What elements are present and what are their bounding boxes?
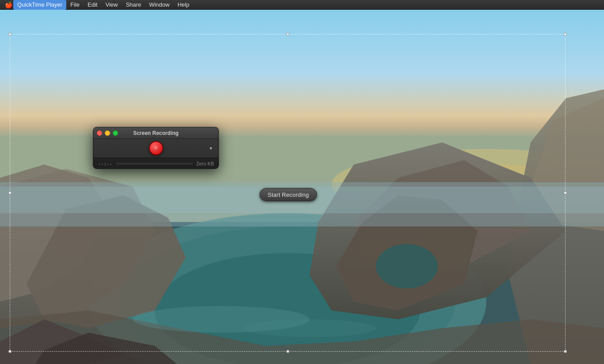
- screen-recording-window: Screen Recording ▼ --:-- Zero KB: [93, 127, 219, 169]
- recording-titlebar: Screen Recording: [93, 127, 218, 139]
- close-button[interactable]: [97, 130, 102, 136]
- apple-menu[interactable]: 🍎: [4, 0, 13, 10]
- recording-status-bar: --:-- Zero KB: [93, 157, 218, 169]
- svg-point-20: [243, 319, 376, 337]
- menu-item-window[interactable]: Window: [145, 0, 173, 10]
- menu-item-quicktime[interactable]: QuickTime Player: [13, 0, 66, 10]
- start-recording-button[interactable]: Start Recording: [260, 188, 317, 201]
- minimize-button[interactable]: [105, 130, 110, 136]
- menu-item-share[interactable]: Share: [122, 0, 145, 10]
- recording-controls: ▼: [93, 139, 218, 157]
- svg-point-12: [376, 244, 438, 288]
- menu-item-help[interactable]: Help: [173, 0, 193, 10]
- time-display: --:--: [98, 161, 112, 167]
- file-size-display: Zero KB: [196, 161, 214, 166]
- window-title: Screen Recording: [133, 130, 179, 136]
- menubar: 🍎 QuickTime Player File Edit View Share …: [0, 0, 604, 10]
- apple-icon: 🍎: [5, 1, 12, 8]
- progress-bar: [116, 163, 193, 165]
- record-button[interactable]: [149, 141, 163, 155]
- main-content-area: Screen Recording ▼ --:-- Zero KB Start R…: [0, 10, 604, 364]
- background-svg: [0, 10, 604, 364]
- menu-item-edit[interactable]: Edit: [84, 0, 101, 10]
- maximize-button[interactable]: [113, 130, 118, 136]
- menu-item-view[interactable]: View: [101, 0, 122, 10]
- dropdown-arrow-icon[interactable]: ▼: [209, 146, 213, 151]
- menu-item-file[interactable]: File: [66, 0, 84, 10]
